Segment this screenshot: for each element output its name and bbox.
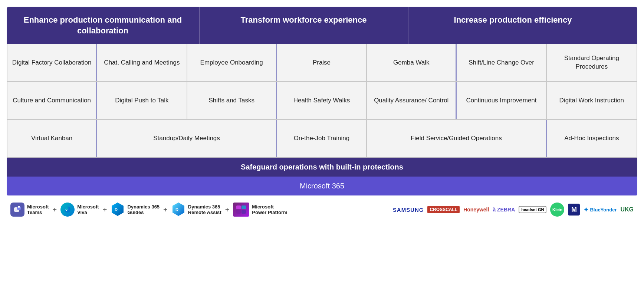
cell-health-safety: Health Safety Walks: [277, 82, 367, 119]
plus-1: +: [53, 205, 57, 214]
guides-label: Dynamics 365Guides: [127, 204, 160, 215]
svg-text:D: D: [115, 207, 118, 212]
logo-viva: V MicrosoftViva: [60, 203, 99, 217]
grid-section: Digital Factory Collaboration Chat, Call…: [7, 44, 637, 158]
plus-4: +: [225, 205, 230, 214]
main-wrapper: Enhance production communication and col…: [0, 0, 644, 224]
plus-3: +: [163, 205, 168, 214]
svg-text:T: T: [15, 208, 17, 211]
cell-continuous-improvement: Continuous Improvement: [457, 82, 546, 119]
svg-rect-13: [242, 205, 246, 209]
teams-icon: T: [10, 203, 24, 217]
grid-row-3: Virtual Kanban Standup/Daily Meetings On…: [7, 120, 637, 157]
cell-digital-push: Digital Push to Talk: [97, 82, 187, 119]
zebra-logo: à ZEBRA: [493, 207, 515, 213]
m-logo: M: [568, 204, 580, 216]
svg-rect-14: [236, 210, 241, 214]
cell-standard-ops: Standard Operating Procedures: [547, 44, 637, 81]
grid-row-1: Digital Factory Collaboration Chat, Call…: [7, 44, 637, 82]
cell-praise: Praise: [277, 44, 367, 81]
klein-logo: Klein: [550, 203, 564, 217]
cell-shift-line: Shift/Line Change Over: [457, 44, 546, 81]
header-col1: Enhance production communication and col…: [7, 7, 200, 44]
headset-logo: headset GN: [519, 206, 546, 213]
guides-icon: D: [111, 201, 125, 218]
header-row: Enhance production communication and col…: [7, 7, 637, 44]
cell-quality-assurance: Quality Assurance/ Control: [367, 82, 457, 119]
svg-rect-12: [236, 205, 241, 209]
crosscall-logo: CROSSCALL: [427, 206, 460, 213]
cell-standup-meetings: Standup/Daily Meetings: [97, 120, 277, 157]
header-col3: Increase production efficiency: [408, 7, 617, 44]
honeywell-logo: Honeywell: [463, 207, 489, 213]
logo-guides: D Dynamics 365Guides: [111, 201, 160, 218]
cell-virtual-kanban: Virtual Kanban: [7, 120, 97, 157]
teams-label: MicrosoftTeams: [27, 204, 49, 215]
cell-culture-comm: Culture and Communication: [7, 82, 97, 119]
svg-rect-15: [242, 210, 246, 214]
cell-shifts-tasks: Shifts and Tasks: [187, 82, 277, 119]
logos-right: SAMSUNG CROSSCALL Honeywell à ZEBRA head…: [393, 203, 634, 217]
cell-chat-calling: Chat, Calling and Meetings: [97, 44, 187, 81]
logo-remote: D Dynamics 365Remote Assist: [171, 201, 221, 218]
viva-label: MicrosoftViva: [77, 204, 99, 215]
svg-text:V: V: [65, 208, 68, 212]
ukg-logo: UKG: [620, 206, 634, 213]
svg-text:D: D: [175, 207, 178, 212]
logos-left: T MicrosoftTeams +: [10, 201, 393, 218]
grid-row-2: Culture and Communication Digital Push t…: [7, 82, 637, 120]
cell-digital-work: Digital Work Instruction: [547, 82, 637, 119]
cell-digital-factory: Digital Factory Collaboration: [7, 44, 97, 81]
safeguard-banner: Safeguard operations with built-in prote…: [7, 158, 637, 177]
viva-icon: V: [60, 203, 75, 217]
samsung-logo: SAMSUNG: [393, 207, 424, 213]
cell-adhoc-inspections: Ad-Hoc Inspections: [547, 120, 637, 157]
power-icon: [233, 203, 249, 217]
logo-teams: T MicrosoftTeams: [10, 203, 49, 217]
remote-icon: D: [171, 201, 185, 218]
svg-point-2: [18, 206, 20, 208]
m365-banner: Microsoft 365: [7, 177, 637, 195]
svg-marker-7: [112, 203, 124, 216]
cell-on-job-training: On-the-Job Training: [277, 120, 367, 157]
logos-row: T MicrosoftTeams +: [7, 195, 637, 224]
logo-power: MicrosoftPower Platform: [233, 203, 287, 217]
blueyonder-logo: ✦ BlueYonder: [584, 206, 617, 213]
remote-label: Dynamics 365Remote Assist: [188, 204, 221, 215]
cell-gemba-walk: Gemba Walk: [367, 44, 457, 81]
power-label: MicrosoftPower Platform: [252, 204, 287, 215]
svg-marker-10: [172, 203, 184, 216]
cell-employee-onboarding: Employee Onboarding: [187, 44, 277, 81]
plus-2: +: [103, 205, 107, 214]
header-col2: Transform workforce experience: [200, 7, 408, 44]
cell-field-service: Field Service/Guided Operations: [367, 120, 547, 157]
